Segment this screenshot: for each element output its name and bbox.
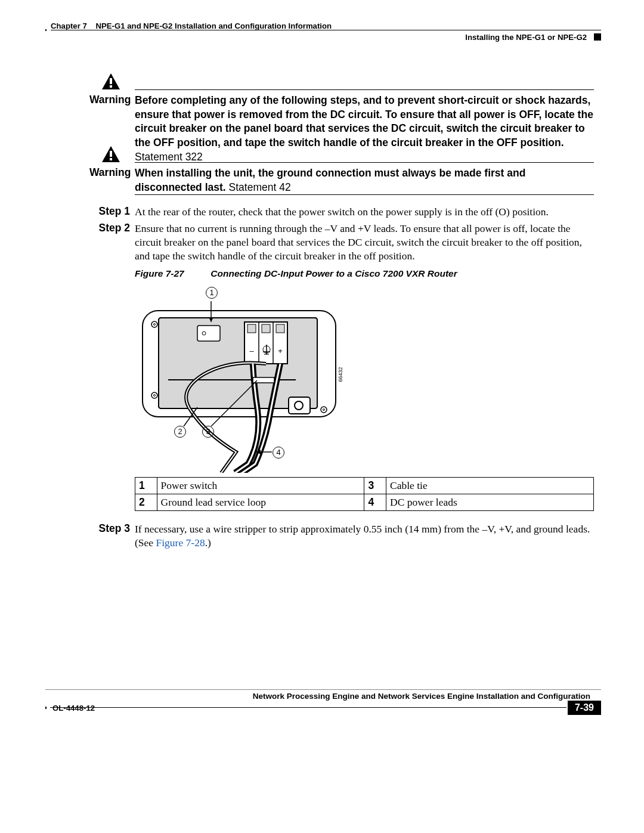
figure-label: Figure 7-27 <box>135 268 184 278</box>
step-text: At the rear of the router, check that th… <box>135 205 594 219</box>
warning-rule <box>135 89 594 90</box>
warning-icon <box>101 145 120 163</box>
step-label: Step 3 <box>89 522 130 535</box>
warning-rule-bottom <box>135 194 594 195</box>
warning-label: Warning <box>89 94 130 106</box>
legend-text: DC power leads <box>386 494 594 511</box>
legend-num: 4 <box>364 494 386 511</box>
header-left-tick <box>45 29 47 31</box>
step-label: Step 2 <box>89 222 130 234</box>
callout-2: 2 <box>174 426 186 438</box>
legend-text: Power switch <box>157 478 364 494</box>
svg-rect-18 <box>247 324 256 333</box>
header-square-icon <box>594 33 601 41</box>
footer-left-tick <box>45 707 47 709</box>
callout-4: 4 <box>273 447 284 459</box>
footer-doc-id: OL-4448-12 <box>52 704 95 713</box>
step-text: If necessary, use a wire stripper to str… <box>135 522 594 550</box>
svg-point-9 <box>151 321 157 327</box>
legend-text: Cable tie <box>386 478 594 494</box>
figure-ref-link[interactable]: Figure 7-28 <box>156 537 205 549</box>
table-row: 2 Ground lead service loop 4 DC power le… <box>135 494 594 511</box>
svg-text:–: – <box>249 346 254 355</box>
svg-rect-1 <box>110 78 112 84</box>
footer-rule <box>45 689 601 690</box>
svg-rect-19 <box>262 324 270 333</box>
svg-text:66432: 66432 <box>338 367 343 382</box>
footer-rule2 <box>50 707 566 708</box>
footer-title: Network Processing Engine and Network Se… <box>45 692 590 701</box>
callout-3: 3 <box>202 426 214 438</box>
figure-diagram: – + 66432 1 2 3 4 <box>135 285 349 473</box>
legend-text: Ground lead service loop <box>157 494 364 511</box>
warning-bold: When installing the unit, the ground con… <box>135 167 525 193</box>
figure-title: Connecting DC-Input Power to a Cisco 720… <box>210 268 457 278</box>
step-text: Ensure that no current is running throug… <box>135 222 594 262</box>
svg-rect-4 <box>110 151 112 157</box>
warning-icon <box>101 73 120 91</box>
svg-rect-27 <box>197 326 220 341</box>
svg-point-11 <box>151 392 157 398</box>
header-chapter: Chapter 7 NPE-G1 and NPE-G2 Installation… <box>51 21 332 30</box>
legend-num: 3 <box>364 478 386 494</box>
warning-label: Warning <box>89 166 130 179</box>
figure-legend-table: 1 Power switch 3 Cable tie 2 Ground lead… <box>135 477 594 511</box>
chapter-prefix: Chapter 7 <box>51 21 87 30</box>
page-number: 7-39 <box>568 701 601 715</box>
step3-post: .) <box>205 537 211 549</box>
svg-point-13 <box>321 407 327 413</box>
svg-rect-5 <box>110 158 112 160</box>
warning-tail: Statement 322 <box>135 151 203 163</box>
chapter-title: NPE-G1 and NPE-G2 Installation and Confi… <box>95 21 332 30</box>
svg-text:+: + <box>278 346 283 355</box>
step-label: Step 1 <box>89 205 130 218</box>
legend-num: 1 <box>135 478 157 494</box>
warning-rule <box>135 162 594 163</box>
warning-text: Before completing any of the following s… <box>135 94 594 164</box>
warning-bold: Before completing any of the following s… <box>135 94 593 148</box>
header-section: Installing the NPE-G1 or NPE-G2 <box>465 33 587 42</box>
warning-text: When installing the unit, the ground con… <box>135 166 594 194</box>
warning-tail: Statement 42 <box>226 181 291 193</box>
svg-point-31 <box>295 401 303 410</box>
svg-rect-20 <box>276 324 284 333</box>
table-row: 1 Power switch 3 Cable tie <box>135 478 594 494</box>
legend-num: 2 <box>135 494 157 511</box>
callout-1: 1 <box>206 287 218 299</box>
svg-rect-2 <box>110 85 112 88</box>
figure-caption: Figure 7-27 Connecting DC-Input Power to… <box>135 268 594 279</box>
